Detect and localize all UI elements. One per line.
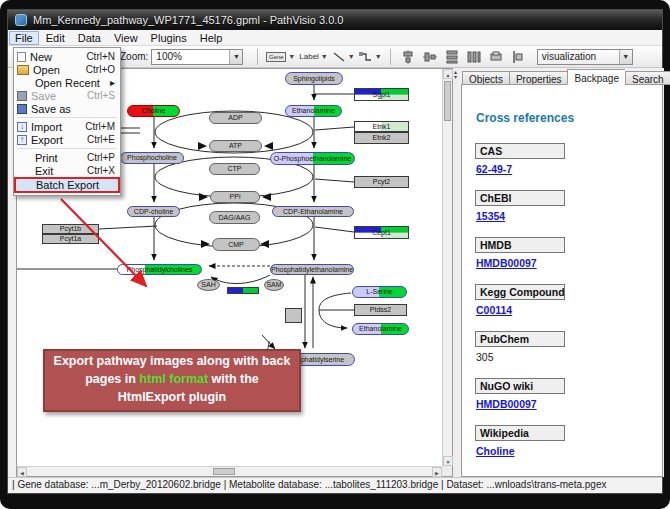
pathway-node-sphingolipids[interactable]: Sphingolipids (285, 72, 343, 85)
pathway-node-sgpl1[interactable]: Sgpl1 (354, 88, 409, 101)
pathway-node-unlabeled[interactable] (285, 308, 302, 323)
menu-item-save[interactable]: SaveCtrl+S (14, 89, 120, 102)
menu-item-export[interactable]: ↑ExportCtrl+E (14, 133, 120, 146)
pathway-node-etnk1[interactable]: Etnk1 (354, 121, 409, 132)
pathway-node-unlabeled[interactable] (227, 287, 259, 294)
save-icon (17, 91, 27, 101)
pathway-node-sam[interactable]: SAM (264, 279, 284, 291)
pathway-node-etnk2[interactable]: Etnk2 (354, 132, 409, 144)
backpage-link-kegg-compound[interactable]: C00114 (476, 304, 512, 316)
pathway-node-pcyt2[interactable]: Pcyt2 (354, 176, 409, 188)
canvas-horizontal-scrollbar[interactable]: ◀ ▶ (17, 466, 442, 476)
align-middle-icon (423, 50, 437, 64)
tab-properties[interactable]: Properties (509, 71, 568, 85)
title-bar[interactable]: Mm_Kennedy_pathway_WP1771_45176.gpml - P… (8, 10, 662, 30)
backpage-value-cas[interactable]: 62-49-7 (476, 163, 512, 175)
line-tool-button[interactable]: ▼ (331, 48, 356, 66)
backpage-value-chebi[interactable]: 15354 (476, 210, 505, 222)
splitter-grip-icon[interactable]: ▴▾ (454, 70, 457, 80)
pathway-node-pcyt1a[interactable]: Pcyt1a (42, 234, 99, 244)
menu-item-open[interactable]: OpenCtrl+O (14, 63, 120, 76)
label-dropdown-arrow-icon[interactable]: ▼ (321, 53, 328, 60)
pathway-node-ptdss2[interactable]: Ptdss2 (354, 304, 407, 316)
scroll-left-icon[interactable]: ◀ (17, 467, 27, 477)
scroll-down-icon[interactable]: ▼ (443, 456, 453, 466)
pathway-node-l-serine[interactable]: L-Serine (352, 286, 407, 298)
backpage-value-hmdb[interactable]: HMDB00097 (476, 257, 537, 269)
backpage-link-nugo-wiki[interactable]: HMDB00097 (476, 398, 537, 410)
menubar-item-edit[interactable]: Edit (40, 31, 71, 45)
canvas-vertical-scrollbar[interactable]: ▲ ▼ (442, 69, 452, 466)
zoom-dropdown-arrow-icon[interactable]: ▼ (229, 50, 242, 64)
backpage-link-chebi[interactable]: 15354 (476, 210, 505, 222)
backpage-link-hmdb[interactable]: HMDB00097 (476, 257, 537, 269)
elbow-connector-icon (359, 51, 373, 63)
tab-backpage[interactable]: Backpage (567, 69, 624, 85)
pathway-node-ctp[interactable]: CTP (209, 163, 260, 175)
vertical-scroll-thumb[interactable] (444, 81, 451, 121)
pathway-node-ethanolamine[interactable]: Ethanolamine (352, 323, 409, 335)
blank-icon (17, 166, 31, 176)
pathway-node-sah[interactable]: SAH (197, 279, 220, 291)
menu-item-print[interactable]: PrintCtrl+P (14, 151, 120, 164)
align-edge-button[interactable] (508, 48, 528, 66)
pathway-node-ppi[interactable]: PPi (210, 191, 260, 203)
pathway-node-phosphatidylcholines[interactable]: Phosphatidylcholines (117, 264, 202, 275)
pathway-node-phosphatidylethanolamines[interactable]: Phosphatidylethanolamines (270, 264, 354, 275)
pathway-node-atp[interactable]: ATP (209, 140, 262, 152)
menubar-item-data[interactable]: Data (72, 31, 107, 45)
menu-item-batch-export[interactable]: Batch Export (14, 177, 120, 193)
panel-splitter[interactable]: ▴▾ (453, 68, 460, 477)
visualization-combobox[interactable]: visualization ▼ (537, 49, 633, 65)
common-size-button[interactable] (486, 48, 506, 66)
align-center-button[interactable] (398, 48, 418, 66)
pathway-node-cmp[interactable]: CMP (212, 238, 260, 251)
tab-objects[interactable]: Objects (462, 71, 509, 85)
pathway-node-pcyt1b[interactable]: Pcyt1b (42, 224, 99, 234)
tab-search[interactable]: Search (625, 71, 670, 85)
pathway-node-cdp-choline[interactable]: CDP-choline (127, 206, 180, 217)
backpage-value-wikipedia[interactable]: Choline (476, 445, 515, 457)
scroll-up-icon[interactable]: ▲ (443, 69, 453, 79)
menubar-item-plugins[interactable]: Plugins (145, 31, 193, 45)
menubar-item-file[interactable]: File (9, 31, 39, 45)
menu-item-new[interactable]: NewCtrl+N (14, 50, 120, 63)
menu-item-import[interactable]: ↓ImportCtrl+M (14, 120, 120, 133)
backpage-link-cas[interactable]: 62-49-7 (476, 163, 512, 175)
pathway-node-dag-aag[interactable]: DAG/AAG (209, 211, 260, 224)
connector-dropdown-arrow-icon[interactable]: ▼ (375, 53, 382, 60)
menubar-item-view[interactable]: View (108, 31, 144, 45)
pathway-node-o-phosphoethanolamine[interactable]: O-Phosphoethanolamine (270, 152, 355, 165)
backpage-value-nugo-wiki[interactable]: HMDB00097 (476, 398, 537, 410)
connector-tool-button[interactable]: ▼ (358, 48, 383, 66)
submenu-arrow-icon: ▸ (110, 77, 115, 88)
pathway-node-cdp-ethanolamine[interactable]: CDP-Ethanolamine (272, 206, 354, 217)
file-menu: NewCtrl+NOpenCtrl+OOpen Recent▸SaveCtrl+… (13, 47, 121, 196)
distribute-horizontal-icon (467, 50, 481, 64)
pathway-node-ethanolamine[interactable]: Ethanolamine (285, 105, 342, 117)
pathway-node-choline[interactable]: Choline (127, 105, 180, 117)
window-title: Mm_Kennedy_pathway_WP1771_45176.gpml - P… (33, 14, 343, 26)
label-tool-button[interactable]: Label ▼ (298, 48, 329, 66)
menubar-item-help[interactable]: Help (194, 31, 229, 45)
menu-item-save-as[interactable]: Save as (14, 102, 120, 115)
pathway-node-phosphocholine[interactable]: Phosphocholine (120, 152, 184, 164)
menu-shortcut: Ctrl+M (85, 121, 115, 132)
zoom-combobox[interactable]: 100% ▼ (151, 49, 243, 65)
pathway-node-adp[interactable]: ADP (209, 112, 262, 124)
backpage-value-kegg-compound[interactable]: C00114 (476, 304, 512, 316)
pathway-node-cept1[interactable]: Cept1 (354, 226, 409, 239)
scroll-right-icon[interactable]: ▶ (432, 467, 442, 477)
distribute-horizontal-button[interactable] (464, 48, 484, 66)
distribute-vertical-button[interactable] (442, 48, 462, 66)
line-dropdown-arrow-icon[interactable]: ▼ (348, 53, 355, 60)
backpage-link-wikipedia[interactable]: Choline (476, 445, 515, 457)
menu-item-exit[interactable]: ExitCtrl+X (14, 164, 120, 177)
backpage-panel[interactable]: Cross references CAS62-49-7ChEBI15354HMD… (461, 84, 663, 477)
datanode-tool-button[interactable]: Gene ▼ (265, 48, 296, 66)
visualization-dropdown-arrow-icon[interactable]: ▼ (619, 50, 632, 64)
align-middle-button[interactable] (420, 48, 440, 66)
menu-item-open-recent[interactable]: Open Recent▸ (14, 76, 120, 89)
horizontal-scroll-thumb[interactable] (213, 468, 235, 475)
datanode-dropdown-arrow-icon[interactable]: ▼ (288, 53, 295, 60)
